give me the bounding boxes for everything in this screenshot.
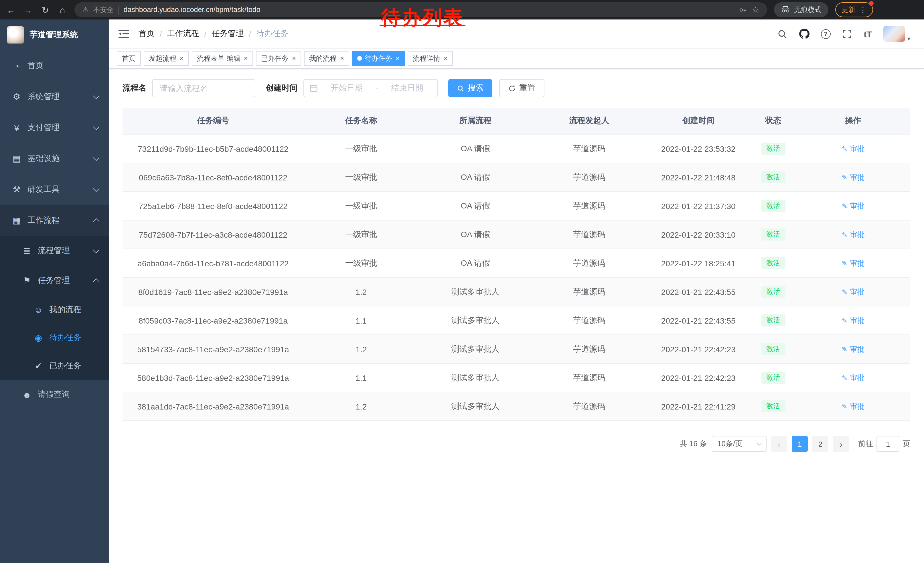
search-icon[interactable]	[777, 29, 788, 39]
tab-6[interactable]: 流程详情×	[408, 51, 453, 66]
sidebar-fold-icon[interactable]	[118, 28, 129, 39]
approve-link[interactable]: ✎审批	[842, 144, 864, 154]
approve-link[interactable]: ✎审批	[842, 287, 864, 297]
tab-close-icon[interactable]: ×	[180, 55, 184, 62]
sidebar-item-5[interactable]: ▦工作流程	[0, 205, 109, 236]
approve-link[interactable]: ✎审批	[842, 258, 864, 268]
next-page-button[interactable]: ›	[833, 436, 849, 452]
sidebar-item-4[interactable]: ⚒研发工具	[0, 174, 109, 205]
sidebar-item-7[interactable]: ⚑任务管理	[0, 266, 109, 296]
cell-action: ✎审批	[796, 134, 910, 163]
incognito-badge: 无痕模式	[774, 2, 828, 17]
page-content: 流程名 创建时间 开始日期 - 结束日期 搜索	[109, 69, 924, 563]
goto-label: 前往	[858, 439, 873, 449]
table-row: 725a1eb6-7b88-11ec-8ef0-acde48001122一级审批…	[123, 192, 910, 220]
status-badge: 激活	[761, 228, 785, 240]
status-badge: 激活	[761, 285, 785, 298]
cell-process: 测试多审批人	[419, 335, 532, 363]
tab-1[interactable]: 发起流程×	[144, 51, 189, 66]
font-size-icon[interactable]: tT	[864, 29, 872, 39]
update-notification-dot	[869, 1, 874, 6]
browser-update-button[interactable]: 更新 ⋮	[835, 2, 873, 17]
tab-close-icon[interactable]: ×	[340, 55, 344, 62]
sidebar-item-label: 请假查询	[38, 389, 70, 400]
page-list: 12	[792, 436, 828, 452]
browser-back-icon[interactable]: ←	[6, 6, 16, 14]
sidebar-item-8[interactable]: ☺我的流程	[0, 296, 109, 324]
page-size-select[interactable]: 10条/页	[712, 436, 766, 452]
reset-button[interactable]: 重置	[499, 79, 544, 98]
edit-icon: ✎	[842, 145, 847, 153]
approve-link[interactable]: ✎审批	[842, 230, 864, 240]
approve-link[interactable]: ✎审批	[842, 401, 864, 411]
bookmark-star-icon[interactable]: ☆	[752, 5, 759, 14]
sidebar-item-9[interactable]: ◉待办任务	[0, 324, 109, 352]
sidebar-item-2[interactable]: ¥支付管理	[0, 112, 109, 143]
tab-close-icon[interactable]: ×	[244, 55, 248, 62]
process-name-input[interactable]	[152, 79, 255, 98]
page-button-2[interactable]: 2	[812, 436, 828, 452]
cell-created: 2022-01-21 22:42:23	[646, 363, 750, 392]
breadcrumb-item[interactable]: 工作流程	[167, 29, 199, 39]
tab-close-icon[interactable]: ×	[444, 55, 448, 62]
cell-task-name: 一级审批	[304, 192, 419, 220]
tab-close-icon[interactable]: ×	[396, 55, 400, 62]
sidebar-item-0[interactable]: ◔首页	[0, 50, 109, 81]
browser-reload-icon[interactable]: ↻	[40, 6, 50, 14]
page-button-1[interactable]: 1	[792, 436, 808, 452]
password-key-icon[interactable]	[739, 6, 747, 14]
status-badge: 激活	[761, 171, 785, 183]
browser-home-icon[interactable]: ⌂	[57, 6, 68, 14]
tab-2[interactable]: 流程表单-编辑×	[192, 51, 253, 66]
approve-link[interactable]: ✎审批	[842, 372, 864, 383]
fullscreen-icon[interactable]	[842, 29, 852, 39]
chevron-down-icon	[93, 155, 100, 161]
help-icon[interactable]: ?	[821, 29, 831, 39]
column-header: 状态	[750, 108, 796, 134]
cell-process: 测试多审批人	[419, 278, 532, 306]
tab-4[interactable]: 我的流程×	[304, 51, 349, 66]
cell-status: 激活	[750, 220, 796, 249]
breadcrumb-separator: /	[160, 29, 162, 38]
breadcrumb-item[interactable]: 任务管理	[212, 29, 244, 39]
breadcrumb-item[interactable]: 首页	[138, 29, 154, 39]
user-avatar[interactable]: ▾	[884, 26, 910, 42]
sidebar-item-3[interactable]: ▤基础设施	[0, 143, 109, 174]
table-row: 580e1b3d-7ac8-11ec-a9e2-a2380e71991a1.1测…	[123, 363, 910, 392]
cell-initiator: 芋道源码	[532, 220, 646, 249]
pagination: 共 16 条 10条/页 ‹ 12 › 前往 页	[123, 436, 910, 452]
start-date-placeholder: 开始日期	[322, 83, 371, 93]
tab-5[interactable]: 待办任务×	[352, 51, 405, 66]
cell-status: 激活	[750, 134, 796, 163]
sidebar-item-11[interactable]: ☻请假查询	[0, 380, 109, 410]
github-icon[interactable]	[799, 29, 810, 39]
chevron-down-icon	[93, 123, 100, 130]
status-badge: 激活	[761, 343, 785, 355]
sidebar-item-10[interactable]: ✔已办任务	[0, 352, 109, 380]
goto-page-input[interactable]	[876, 436, 899, 452]
search-button[interactable]: 搜索	[448, 79, 492, 98]
browser-forward-icon[interactable]: →	[23, 6, 33, 14]
app-logo[interactable]: 芋道管理系统	[0, 20, 109, 50]
cell-initiator: 芋道源码	[532, 249, 646, 278]
sidebar-item-1[interactable]: ⚙系统管理	[0, 81, 109, 112]
cell-action: ✎审批	[796, 278, 910, 306]
approve-link[interactable]: ✎审批	[842, 201, 864, 211]
tab-0[interactable]: 首页	[117, 51, 141, 66]
approve-link-label: 审批	[850, 287, 865, 297]
cell-status: 激活	[750, 363, 796, 392]
approve-link[interactable]: ✎审批	[842, 344, 864, 354]
sidebar-item-label: 流程管理	[38, 246, 70, 256]
tab-3[interactable]: 已办任务×	[256, 51, 301, 66]
browser-menu-icon[interactable]: ⋮	[859, 6, 867, 14]
approve-link[interactable]: ✎审批	[842, 172, 864, 182]
process-name-label: 流程名	[123, 83, 147, 93]
tab-close-icon[interactable]: ×	[292, 55, 296, 62]
cell-action: ✎审批	[796, 392, 910, 421]
date-range-picker[interactable]: 开始日期 - 结束日期	[303, 79, 438, 98]
cell-task-id: 725a1eb6-7b88-11ec-8ef0-acde48001122	[123, 192, 304, 220]
approve-link[interactable]: ✎审批	[842, 315, 864, 326]
prev-page-button[interactable]: ‹	[771, 436, 787, 452]
sidebar-item-6[interactable]: ≣流程管理	[0, 236, 109, 266]
column-header: 操作	[796, 108, 910, 134]
